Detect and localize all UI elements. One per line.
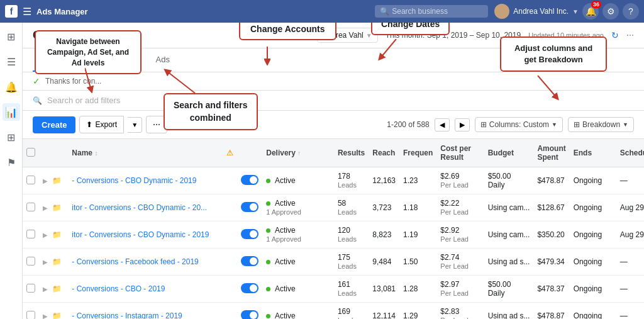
- table-body: ▶ 📁 - Conversions - CBO Dynamic - 2019 A…: [23, 167, 644, 320]
- search-input[interactable]: [47, 96, 236, 105]
- left-sidebar: ⊞ ☰ 🔔 📊 ⊞ ⚑: [0, 23, 23, 319]
- notifications-button[interactable]: 🔔 36: [582, 3, 599, 20]
- expand-icon[interactable]: ▶: [43, 232, 48, 238]
- avatar: [494, 4, 509, 19]
- results-value: 178: [338, 172, 350, 181]
- cell-checkbox: [23, 303, 39, 320]
- cell-name: - Conversions - CBO Dynamic - 2019: [68, 167, 223, 194]
- tab-ads[interactable]: Ads: [146, 48, 180, 72]
- create-button[interactable]: Create: [33, 116, 75, 133]
- cell-ends: Ongoing: [570, 303, 616, 320]
- cell-edit: [326, 167, 334, 194]
- sidebar-chart-icon[interactable]: 📊: [3, 103, 20, 121]
- expand-icon[interactable]: ▶: [43, 177, 48, 184]
- breakdown-button[interactable]: ⊞ Breakdown ▼: [568, 117, 634, 132]
- pagination-next-button[interactable]: ▶: [455, 118, 470, 132]
- more-options-icon[interactable]: ⋯: [626, 31, 634, 40]
- cell-freq: 1.28: [399, 276, 436, 303]
- col-budget[interactable]: Budget: [484, 139, 534, 167]
- row-checkbox[interactable]: [26, 257, 35, 266]
- cell-reach: 13,081: [369, 276, 399, 303]
- expand-icon[interactable]: ▶: [43, 259, 48, 266]
- pagination-prev-button[interactable]: ◀: [435, 118, 450, 132]
- row-checkbox[interactable]: [26, 176, 35, 184]
- more-button[interactable]: ⋯: [146, 116, 167, 133]
- user-label: Andrea Vahl Inc.: [513, 7, 569, 16]
- col-name[interactable]: Name ↕: [68, 139, 223, 167]
- campaign-name[interactable]: - Conversions - Instagram - 2019: [72, 311, 182, 319]
- export-button[interactable]: ⬆ Export: [79, 116, 124, 133]
- tab-adsets[interactable]: Ad Sets: [97, 48, 146, 72]
- settings-button[interactable]: ⚙: [602, 3, 619, 20]
- delivery-toggle[interactable]: [241, 229, 258, 239]
- cell-expand: ▶ 📁: [39, 194, 68, 221]
- delivery-toggle[interactable]: [241, 175, 258, 185]
- cell-delivery: Active: [262, 249, 326, 276]
- col-ends[interactable]: Ends: [570, 139, 616, 167]
- cell-results: 175 Leads: [334, 249, 369, 276]
- account-selector[interactable]: Andrea Vahl ▼: [317, 28, 378, 43]
- delivery-toggle[interactable]: [241, 256, 258, 266]
- delivery-substatus: 1 Approved: [266, 208, 301, 216]
- campaign-name[interactable]: itor - Conversions - CBO Dynamic - 2019: [72, 230, 209, 239]
- col-freq[interactable]: Frequen: [399, 139, 436, 167]
- sidebar-flag-icon[interactable]: ⚑: [3, 154, 20, 171]
- row-checkbox[interactable]: [26, 230, 35, 238]
- ends-value: Ongoing: [574, 230, 602, 239]
- delivery-toggle[interactable]: [241, 283, 258, 293]
- sidebar-home-icon[interactable]: ⊞: [3, 28, 20, 45]
- columns-button[interactable]: ⊞ Columns: Custom ▼: [475, 117, 563, 132]
- spent-value: $350.20: [537, 230, 564, 239]
- col-schedule[interactable]: Schedule: [616, 139, 644, 167]
- freq-value: 1.28: [403, 284, 418, 293]
- campaign-name[interactable]: - Conversions - Facebook feed - 2019: [72, 257, 198, 266]
- sidebar-grid-icon[interactable]: ⊞: [3, 128, 20, 146]
- cost-type: Per Lead: [440, 262, 469, 270]
- global-search-box[interactable]: 🔍: [375, 5, 488, 18]
- col-cost[interactable]: Cost perResult: [436, 139, 484, 167]
- cell-toggle: [237, 194, 262, 221]
- budget-value: $50.00Daily: [488, 172, 511, 189]
- cell-cost: $2.22 Per Lead: [436, 194, 484, 221]
- expand-icon[interactable]: ▶: [43, 313, 48, 319]
- updated-info-label: Updated 10 minutes ago: [528, 31, 604, 39]
- export-dropdown-button[interactable]: ▼: [128, 117, 142, 133]
- tab-campaigns[interactable]: Campaigns: [33, 48, 97, 72]
- cell-expand: ▶ 📁: [39, 249, 68, 276]
- campaign-name[interactable]: itor - Conversions - CBO Dynamic - 20...: [72, 203, 207, 212]
- refresh-button[interactable]: ↻: [611, 30, 619, 40]
- help-button[interactable]: ?: [623, 3, 639, 20]
- freq-value: 1.23: [403, 176, 418, 185]
- col-results[interactable]: Results: [334, 139, 369, 167]
- delivery-toggle[interactable]: [241, 310, 258, 320]
- cost-type: Per Lead: [440, 181, 469, 189]
- global-search-input[interactable]: [392, 7, 480, 16]
- row-checkbox[interactable]: [26, 284, 35, 293]
- results-type: Leads: [338, 316, 357, 319]
- row-checkbox[interactable]: [26, 311, 35, 320]
- hamburger-icon[interactable]: ☰: [23, 6, 31, 18]
- cell-toggle: [237, 167, 262, 194]
- col-spent[interactable]: AmountSpent: [533, 139, 569, 167]
- col-toggle: [237, 139, 262, 167]
- user-dropdown-icon[interactable]: ▼: [572, 8, 579, 15]
- campaign-name[interactable]: - Conversions - CBO Dynamic - 2019: [72, 176, 196, 185]
- expand-icon[interactable]: ▶: [43, 204, 48, 211]
- sidebar-nav-icon[interactable]: ☰: [3, 53, 20, 70]
- search-bar: 🔍: [23, 91, 644, 111]
- cell-freq: 1.18: [399, 194, 436, 221]
- row-checkbox[interactable]: [26, 203, 35, 211]
- col-reach[interactable]: Reach: [369, 139, 399, 167]
- budget-value: Using ad s...: [488, 311, 530, 319]
- cell-reach: 9,484: [369, 249, 399, 276]
- status-dot: [266, 179, 270, 183]
- cost-value: $2.69: [440, 172, 459, 181]
- campaign-name[interactable]: - Conversions - CBO - 2019: [72, 284, 165, 293]
- expand-icon[interactable]: ▶: [43, 286, 48, 293]
- freq-value: 1.50: [403, 257, 418, 266]
- sidebar-bell-icon[interactable]: 🔔: [3, 78, 20, 96]
- delivery-toggle[interactable]: [241, 202, 258, 212]
- col-delivery[interactable]: Delivery ↑: [262, 139, 326, 167]
- top-navigation: f ☰ Ads Manager 🔍 Andrea Vahl Inc. ▼ 🔔 3…: [0, 0, 644, 23]
- select-all-checkbox[interactable]: [26, 148, 35, 157]
